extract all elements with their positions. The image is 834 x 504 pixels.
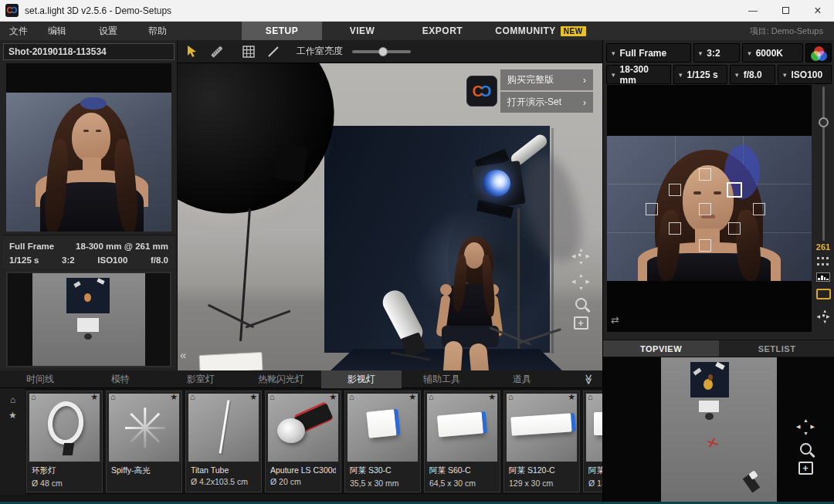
scene-model-head xyxy=(464,242,484,269)
home-icon[interactable]: ⌂ xyxy=(508,392,514,403)
scene-model-shoulder xyxy=(440,284,452,296)
close-button[interactable]: × xyxy=(802,0,834,21)
favorite-star-icon[interactable]: ★ xyxy=(170,392,178,403)
model-eye xyxy=(83,130,89,132)
line-tool-button[interactable] xyxy=(263,42,284,61)
tab-speedlights[interactable]: 热靴闪光灯 xyxy=(241,370,321,388)
library-panel: 时间线 模特 影室灯 热靴闪光灯 影视灯 辅助工具 道具 ≫ ⌂ ★ ⌂★ 环形… xyxy=(0,370,602,504)
home-filter-icon[interactable]: ⌂ xyxy=(10,394,15,405)
tab-studio-lights[interactable]: 影室灯 xyxy=(161,370,241,388)
studio-brightness-slider[interactable] xyxy=(352,50,411,53)
frame-overlay-button[interactable] xyxy=(815,289,831,299)
white-balance-dropdown[interactable]: ▾ 6000K xyxy=(742,43,803,63)
tab-video-lights[interactable]: 影视灯 xyxy=(321,370,402,388)
focal-slider-thumb[interactable] xyxy=(819,117,829,127)
home-icon[interactable]: ⌂ xyxy=(270,392,275,403)
camera-orbit-button[interactable]: ▲▼◀▶● xyxy=(815,307,831,326)
tab-model[interactable]: 模特 xyxy=(80,370,161,388)
menu-file[interactable]: 文件 xyxy=(9,22,28,40)
view-tabs: TOPVIEW SETLIST xyxy=(603,340,834,357)
fit-view-control[interactable] xyxy=(574,316,588,330)
favorite-star-icon[interactable]: ★ xyxy=(90,392,98,403)
viewport-nav-controls: ▲▼ ◀▶ ● ▲▼ ◀▶ xyxy=(571,247,590,330)
home-icon[interactable]: ⌂ xyxy=(110,392,116,403)
topview-zoom-control[interactable] xyxy=(800,443,812,455)
tab-community[interactable]: COMMUNITY NEW xyxy=(483,22,598,40)
caret-down-icon: ▾ xyxy=(612,49,615,57)
af-point xyxy=(728,222,741,235)
shot-name-field[interactable]: Shot-20190118-113534 xyxy=(3,43,175,60)
collapse-panel-icon[interactable]: « xyxy=(180,348,186,361)
pan-control[interactable]: ▲▼ ◀▶ xyxy=(571,272,590,291)
favorite-star-icon[interactable]: ★ xyxy=(329,392,337,403)
thumb-model xyxy=(84,293,91,302)
tab-tools[interactable]: 辅助工具 xyxy=(402,370,482,388)
product-image xyxy=(29,394,100,462)
favorite-star-icon[interactable]: ★ xyxy=(409,392,416,403)
favorite-star-icon[interactable]: ★ xyxy=(249,392,257,403)
favorite-star-icon[interactable]: ★ xyxy=(488,392,496,403)
product-card-s60[interactable]: ⌂★ 阿莱 S60-C64,5 x 30 cm xyxy=(424,391,500,492)
grid-tool-button[interactable] xyxy=(238,42,259,61)
product-card-spiffy[interactable]: ⌂★ Spiffy-高光 xyxy=(106,391,182,492)
swap-view-icon[interactable]: ⇄ xyxy=(611,314,619,326)
aperture-dropdown[interactable]: ▾ f/8.0 xyxy=(730,65,775,84)
zoom-control[interactable] xyxy=(575,298,587,310)
studio-scene[interactable]: CƆ 购买完整版 › 打开演示-Set › ▲▼ ◀▶ ● xyxy=(178,63,602,370)
measure-tool-button[interactable] xyxy=(205,42,227,61)
expand-panel-icon[interactable]: ≫ xyxy=(584,374,595,384)
tab-setup[interactable]: SETUP xyxy=(242,22,322,40)
topview-display[interactable]: ▲▼◀▶ xyxy=(603,357,834,504)
shot-preview-image[interactable] xyxy=(6,63,171,232)
favorites-filter-icon[interactable]: ★ xyxy=(8,410,17,421)
home-icon[interactable]: ⌂ xyxy=(190,392,195,403)
studio-brightness-label: 工作室亮度 xyxy=(297,45,343,58)
af-point xyxy=(646,203,658,215)
sensor-dropdown[interactable]: ▾ Full Frame xyxy=(606,43,691,63)
product-card-aputure[interactable]: ⌂★ Aputure LS C300d IIØ 20 cm xyxy=(265,391,341,492)
product-card-ring-light[interactable]: ⌂★ 环形灯Ø 48 cm xyxy=(26,391,103,492)
product-card-titan-tube[interactable]: ⌂★ Titan TubeØ 4.2x103.5 cm xyxy=(185,391,262,492)
af-points-button[interactable] xyxy=(815,257,831,267)
focal-length-slider[interactable] xyxy=(822,86,825,241)
select-tool-button[interactable] xyxy=(181,42,202,61)
open-demo-set-button[interactable]: 打开演示-Set › xyxy=(500,92,593,113)
preview-eye xyxy=(693,191,701,194)
tab-topview[interactable]: TOPVIEW xyxy=(603,340,719,357)
setup-topview-thumbnail[interactable] xyxy=(6,272,171,367)
topview-model xyxy=(703,379,713,390)
buy-full-version-button[interactable]: 购买完整版 › xyxy=(500,69,593,90)
camera-live-preview[interactable]: ⇄ xyxy=(607,85,812,332)
histogram-button[interactable] xyxy=(815,272,831,282)
tab-props[interactable]: 道具 xyxy=(482,370,562,388)
light-stand-pole xyxy=(517,208,520,349)
home-icon[interactable]: ⌂ xyxy=(31,392,36,403)
tab-export[interactable]: EXPORT xyxy=(402,22,483,40)
brightness-slider-thumb[interactable] xyxy=(378,47,388,56)
menu-settings[interactable]: 设置 xyxy=(99,22,117,40)
tab-view[interactable]: VIEW xyxy=(322,22,402,40)
minimize-button[interactable]: — xyxy=(737,0,769,21)
home-icon[interactable]: ⌂ xyxy=(429,392,434,403)
product-card-s30[interactable]: ⌂★ 阿莱 S30-C35,5 x 30 mm xyxy=(344,391,421,492)
shutter-dropdown[interactable]: ▾ 1/125 s xyxy=(673,65,727,84)
black-flag xyxy=(274,143,309,182)
home-icon[interactable]: ⌂ xyxy=(349,392,354,403)
maximize-button[interactable] xyxy=(769,0,802,21)
camera-panel: ▾ Full Frame ▾ 3:2 ▾ 6000K ▾ 18-300 mm ▾ xyxy=(602,40,834,504)
menu-edit[interactable]: 编辑 xyxy=(48,22,66,40)
softbox-top xyxy=(198,352,263,370)
product-card-clipped[interactable]: ⌂ 阿莱Ø 13 xyxy=(583,391,602,492)
topview-pan-control[interactable]: ▲▼◀▶ xyxy=(796,418,815,436)
af-point xyxy=(699,203,711,215)
ratio-dropdown[interactable]: ▾ 3:2 xyxy=(693,43,740,63)
product-card-s120[interactable]: ⌂★ 阿莱 S120-C129 x 30 cm xyxy=(503,391,580,492)
lens-dropdown[interactable]: ▾ 18-300 mm xyxy=(606,65,671,84)
menu-help[interactable]: 帮助 xyxy=(148,22,167,40)
tab-setlist[interactable]: SETLIST xyxy=(719,340,834,357)
tab-timeline[interactable]: 时间线 xyxy=(0,370,80,388)
topview-fit-control[interactable] xyxy=(798,462,813,475)
home-icon[interactable]: ⌂ xyxy=(588,392,593,403)
orbit-control[interactable]: ▲▼ ◀▶ ● xyxy=(571,247,590,266)
favorite-star-icon[interactable]: ★ xyxy=(568,392,575,403)
